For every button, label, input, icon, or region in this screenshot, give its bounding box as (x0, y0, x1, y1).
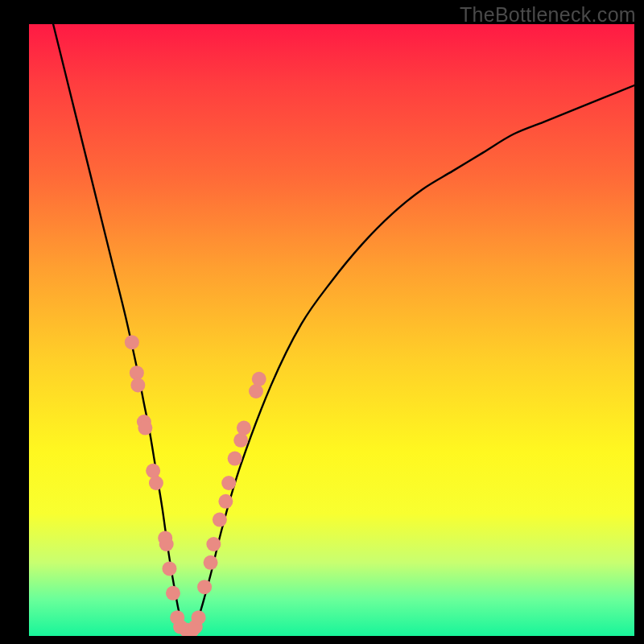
chart-marker (162, 561, 176, 576)
chart-plot-area (29, 24, 634, 636)
chart-marker (125, 335, 139, 349)
chart-marker (206, 537, 221, 551)
chart-marker (221, 476, 236, 490)
chart-marker (146, 464, 160, 478)
chart-marker (138, 421, 152, 436)
chart-marker (213, 513, 227, 527)
chart-marker (130, 365, 144, 380)
chart-marker (233, 433, 248, 448)
chart-svg (29, 24, 634, 636)
watermark-text: TheBottleneck.com (460, 3, 636, 27)
chart-marker (249, 384, 263, 398)
chart-marker (228, 452, 242, 466)
chart-marker (197, 580, 212, 594)
chart-marker (237, 421, 251, 436)
chart-marker (252, 372, 266, 386)
chart-marker (204, 555, 218, 570)
bottleneck-curve (53, 24, 634, 631)
chart-marker (166, 586, 180, 601)
chart-marker (130, 378, 145, 392)
chart-marker (192, 610, 206, 625)
chart-marker (218, 494, 233, 509)
chart-marker (159, 537, 174, 551)
chart-markers (125, 335, 266, 636)
chart-marker (149, 476, 163, 490)
